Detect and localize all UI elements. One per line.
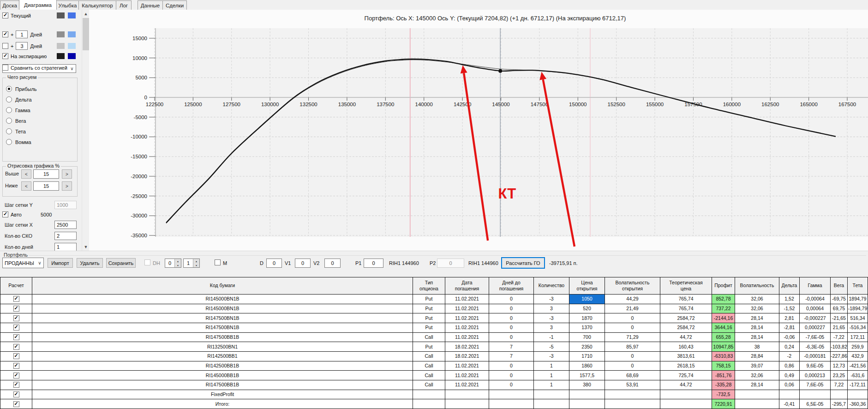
radio-icon[interactable] (6, 118, 12, 124)
calc-checkbox[interactable] (13, 373, 19, 379)
tab-Сделки[interactable]: Сделки (162, 0, 187, 10)
cell-open-price[interactable]: 1050 (569, 295, 605, 304)
color-swatch-line[interactable] (57, 12, 65, 18)
cell-volatility: 32,06 (735, 371, 779, 380)
save-button[interactable]: Сохранить (106, 258, 136, 268)
color-swatch-fill[interactable] (68, 31, 76, 37)
layer-checkbox[interactable] (2, 43, 8, 49)
cell-open-price[interactable]: 1870 (569, 313, 605, 323)
days-count-field[interactable]: 1 (54, 243, 77, 251)
color-swatch-fill[interactable] (68, 43, 76, 49)
radio-icon[interactable] (6, 139, 12, 145)
spinner-arrows-icon[interactable]: ▲▼ (193, 259, 199, 267)
delete-button[interactable]: Удалить (77, 258, 103, 268)
color-swatch-line[interactable] (57, 43, 65, 49)
sidebar-scrollbar[interactable]: ▲ ▼ (82, 10, 90, 251)
x-tick-label: 127500 (223, 102, 240, 107)
layer-checkbox[interactable] (2, 31, 8, 37)
tab-Диаграмма[interactable]: Диаграмма (19, 0, 57, 10)
draw-option-Прибыль[interactable]: Прибыль (6, 86, 37, 92)
dh-spinner-2[interactable]: 1 ▲▼ (183, 259, 200, 268)
import-button[interactable]: Импорт (48, 258, 73, 268)
draw-option-label: Гамма (15, 108, 30, 113)
draw-option-Гамма[interactable]: Гамма (6, 107, 30, 113)
days-offset-field[interactable]: 3 (16, 42, 28, 50)
cell-open-price[interactable]: 1577,5 (569, 371, 605, 380)
calc-checkbox[interactable] (13, 401, 19, 407)
cell-open-price[interactable]: 1370 (569, 323, 605, 333)
calc-go-button[interactable]: Рассчитать ГО (501, 257, 545, 269)
calc-checkbox[interactable] (13, 334, 19, 340)
calc-checkbox[interactable] (13, 391, 19, 397)
calc-checkbox[interactable] (13, 296, 19, 302)
v1-field[interactable]: 0 (295, 259, 311, 268)
cell-open-price[interactable] (569, 399, 605, 409)
draw-option-Тета[interactable]: Тета (6, 128, 26, 134)
below-decrement-button[interactable]: < (21, 181, 31, 191)
cell-open-price[interactable]: 1710 (569, 352, 605, 361)
tab-Лог[interactable]: Лог (116, 0, 132, 10)
p1-field[interactable]: 0 (364, 259, 383, 268)
cell-qty: -1 (534, 333, 569, 343)
v2-field[interactable]: 0 (324, 259, 341, 268)
color-swatch-fill[interactable] (68, 12, 76, 18)
radio-icon[interactable] (6, 128, 12, 134)
below-increment-button[interactable]: > (62, 181, 72, 191)
portfolio-preset-select[interactable]: ПРОДАННЫЙ ∨ (2, 258, 44, 268)
p2-field[interactable]: 0 (437, 259, 464, 268)
draw-option-Вега[interactable]: Вега (6, 118, 26, 124)
tab-Калькулятор[interactable]: Калькулятор (78, 0, 116, 10)
color-swatch-line[interactable] (57, 53, 65, 59)
draw-option-Дельта[interactable]: Дельта (6, 96, 32, 102)
d-field[interactable]: 0 (266, 259, 282, 268)
cell-open-price[interactable] (569, 390, 605, 400)
calc-checkbox[interactable] (13, 344, 19, 350)
above-increment-button[interactable]: > (62, 169, 72, 179)
cell-open-price[interactable]: 2350 (569, 342, 605, 352)
auto-checkbox[interactable] (2, 211, 8, 217)
tab-Улыбка[interactable]: Улыбка (56, 0, 79, 10)
profit-chart[interactable]: 150001000050000-5000-10000-15000-20000-2… (89, 10, 868, 251)
color-swatch-fill[interactable] (68, 53, 76, 59)
cell-open-price[interactable]: 520 (569, 304, 605, 314)
color-swatch-line[interactable] (57, 31, 65, 37)
tab-Данные[interactable]: Данные (138, 0, 163, 10)
cell-open-price[interactable]: 700 (569, 333, 605, 343)
layer-checkbox[interactable] (2, 53, 8, 59)
layer-checkbox[interactable] (2, 12, 8, 18)
y-tick-label: -5000 (134, 114, 147, 120)
scrollbar-thumb[interactable] (83, 18, 89, 50)
above-decrement-button[interactable]: < (21, 169, 31, 179)
cell-code: RI145000BN1B (32, 295, 413, 304)
grid-y-field[interactable]: 1000 (54, 201, 77, 209)
below-value-field[interactable]: 15 (33, 181, 59, 191)
layer-checkbox[interactable] (2, 65, 8, 71)
m-checkbox[interactable] (215, 259, 221, 265)
spinner-arrows-icon[interactable]: ▲▼ (174, 259, 181, 267)
scroll-up-icon[interactable]: ▲ (82, 10, 90, 18)
tab-Доска[interactable]: Доска (0, 0, 19, 10)
plot-area[interactable] (156, 28, 868, 237)
dh-checkbox[interactable] (144, 259, 150, 265)
calc-checkbox[interactable] (13, 315, 19, 321)
calc-checkbox[interactable] (13, 382, 19, 388)
draw-option-Вомма[interactable]: Вомма (6, 139, 31, 145)
layer-row-1: +1Дней (2, 30, 42, 38)
dh-spinner-1[interactable]: 0 ▲▼ (165, 259, 181, 268)
cell-open-price[interactable]: 1860 (569, 361, 605, 371)
sko-field[interactable]: 2 (54, 232, 77, 240)
cell-type: Put (413, 323, 445, 333)
scroll-down-icon[interactable]: ▼ (82, 243, 90, 251)
calc-checkbox[interactable] (13, 325, 19, 331)
days-offset-field[interactable]: 1 (16, 30, 28, 38)
radio-icon[interactable] (6, 107, 12, 113)
radio-icon[interactable] (6, 86, 12, 92)
radio-icon[interactable] (6, 96, 12, 102)
above-value-field[interactable]: 15 (33, 169, 59, 179)
cell-open-price[interactable]: 380 (569, 380, 605, 390)
column-header: Вега (831, 277, 848, 295)
calc-checkbox[interactable] (13, 306, 19, 312)
calc-checkbox[interactable] (13, 363, 19, 369)
calc-checkbox[interactable] (13, 353, 19, 359)
grid-x-field[interactable]: 2500 (54, 221, 77, 229)
